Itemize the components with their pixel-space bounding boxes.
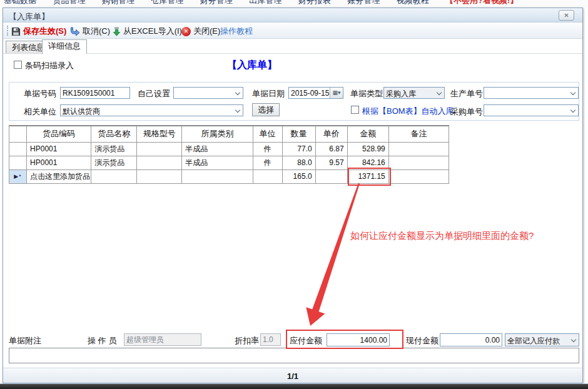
related-unit-combo[interactable]: 默认供货商	[60, 104, 243, 116]
items-table: 货品编码 货品名称 规格型号 所属类别 单位 数量 单价 金额 备注 HP000…	[9, 125, 449, 184]
bom-auto-label[interactable]: 根据【BOM表】自动入库	[362, 106, 454, 117]
col-name[interactable]: 货品名称	[91, 126, 137, 142]
menu-item[interactable]: 出库管理	[249, 0, 281, 6]
undo-arrow-icon	[69, 27, 80, 36]
doc-type-value: 采购入库	[386, 89, 416, 99]
col-price[interactable]: 单价	[315, 126, 347, 142]
barcode-scan-checkbox[interactable]	[14, 61, 22, 69]
menu-item[interactable]: 账务管理	[347, 0, 380, 6]
cell-spec[interactable]	[137, 156, 182, 169]
cell-name[interactable]	[91, 169, 137, 183]
col-unit[interactable]: 单位	[253, 126, 282, 142]
cell-spec[interactable]	[137, 142, 182, 156]
col-amount[interactable]: 金额	[347, 126, 388, 142]
date-picker[interactable]: 2015-09-15 ▦▾	[288, 87, 343, 99]
window-close-button[interactable]: ✕	[559, 10, 574, 21]
doc-no-input[interactable]	[60, 87, 130, 99]
cell-note[interactable]	[388, 169, 449, 183]
active-row-marker: ▶*	[9, 169, 27, 183]
doc-type-combo[interactable]: 采购入库	[383, 87, 445, 99]
form-title: 【入库单】	[227, 59, 277, 72]
related-unit-value: 默认供货商	[63, 106, 100, 117]
col-qty[interactable]: 数量	[282, 126, 315, 142]
excel-import-icon	[113, 27, 121, 36]
col-code[interactable]: 货品编码	[27, 126, 91, 142]
table-add-row: ▶* 点击这里添加货品 165.0 1371.15	[9, 169, 449, 183]
cell-qty[interactable]: 88.0	[282, 156, 315, 169]
dropdown-arrow-icon	[571, 337, 576, 342]
cell-name[interactable]: 演示货品	[91, 156, 137, 169]
cell-unit[interactable]	[253, 169, 282, 183]
bom-auto-checkbox[interactable]	[351, 106, 359, 114]
dropdown-arrow-icon	[235, 90, 240, 95]
production-no-combo[interactable]	[484, 87, 579, 99]
tab-detail-info[interactable]: 详细信息	[42, 39, 87, 54]
cell-unit[interactable]: 件	[253, 156, 282, 169]
cell-category[interactable]: 半成品	[182, 156, 253, 169]
cell-category[interactable]	[182, 169, 253, 183]
add-item-cell[interactable]: 点击这里添加货品	[27, 169, 91, 183]
menu-item[interactable]: 财务报表	[298, 0, 331, 6]
menu-item[interactable]: 财务管理	[200, 0, 233, 6]
row-marker-cell	[9, 156, 27, 169]
cell-code[interactable]: HP0001	[27, 142, 91, 156]
window-title: 【入库单】	[9, 11, 49, 23]
date-label: 单据日期	[252, 88, 285, 99]
payment-mode-combo[interactable]: 全部记入应付款	[505, 333, 579, 346]
purchase-no-combo[interactable]	[484, 104, 579, 116]
cell-unit[interactable]: 件	[253, 142, 282, 156]
operator-label: 操 作 员	[88, 335, 116, 346]
menu-item[interactable]: 仓库管理	[151, 0, 183, 6]
cell-price[interactable]: 9.57	[315, 156, 347, 169]
paid-input[interactable]	[440, 333, 502, 346]
col-note[interactable]: 备注	[388, 126, 449, 142]
entry-form-window	[3, 8, 583, 383]
toolbar-grip[interactable]	[7, 26, 8, 36]
close-form-label: 关闭(E)	[193, 26, 220, 37]
excel-import-button[interactable]: 从EXCEL导入(I)	[113, 26, 182, 37]
close-form-button[interactable]: ✕ 关闭(E)	[181, 26, 220, 37]
col-category[interactable]: 所属类别	[182, 126, 253, 142]
menu-item[interactable]: 购销管理	[102, 0, 134, 6]
cell-amount[interactable]: 528.99	[347, 142, 388, 156]
payment-mode-value: 全部记入应付款	[507, 336, 560, 346]
col-spec[interactable]: 规格型号	[137, 126, 182, 142]
barcode-scan-label: 条码扫描录入	[25, 60, 74, 71]
self-set-combo[interactable]	[173, 87, 243, 99]
discount-input	[260, 333, 281, 346]
cell-amount[interactable]: 842.16	[347, 156, 388, 169]
menu-item-video-highlight[interactable]: 【不会用?看视频!】	[445, 0, 518, 6]
cell-name[interactable]: 演示货品	[91, 142, 137, 156]
cell-qty[interactable]: 77.0	[282, 142, 315, 156]
menu-item[interactable]: 基础数据	[4, 0, 36, 6]
date-value: 2015-09-15	[291, 89, 329, 98]
cell-category[interactable]: 半成品	[182, 142, 253, 156]
payable-input[interactable]	[327, 333, 390, 346]
menu-item[interactable]: 货品管理	[53, 0, 85, 6]
select-button[interactable]: 选择	[252, 103, 280, 116]
cell-note[interactable]	[388, 142, 449, 156]
col-marker	[9, 126, 27, 142]
menu-bar: 基础数据 货品管理 购销管理 仓库管理 财务管理 出库管理 财务报表 账务管理 …	[0, 0, 588, 8]
calendar-icon[interactable]: ▦▾	[330, 88, 343, 98]
doc-note-input[interactable]	[9, 348, 579, 363]
excel-import-label: 从EXCEL导入(I)	[123, 26, 182, 37]
dropdown-arrow-icon	[570, 90, 575, 95]
save-button[interactable]: 保存生效(S)	[11, 26, 66, 37]
doc-type-label: 单据类型	[350, 88, 383, 99]
screen: 基础数据 货品管理 购销管理 仓库管理 财务管理 出库管理 财务报表 账务管理 …	[0, 0, 588, 389]
dropdown-arrow-icon	[437, 90, 442, 95]
purchase-no-label: 采购单号	[450, 106, 483, 118]
cancel-button[interactable]: 取消(C)	[69, 26, 110, 37]
cell-price[interactable]	[315, 169, 347, 183]
cell-price[interactable]: 6.87	[315, 142, 347, 156]
menu-item[interactable]: 视频教程	[397, 0, 429, 6]
doc-no-label: 单据号码	[24, 88, 56, 99]
cell-note[interactable]	[388, 156, 449, 169]
tutorial-link[interactable]: 操作教程	[220, 26, 253, 37]
cell-spec[interactable]	[137, 169, 182, 183]
discount-label: 折扣率	[235, 335, 259, 346]
dropdown-arrow-icon	[570, 108, 575, 113]
cell-code[interactable]: HP0001	[27, 156, 91, 169]
tab-strip	[3, 39, 582, 54]
